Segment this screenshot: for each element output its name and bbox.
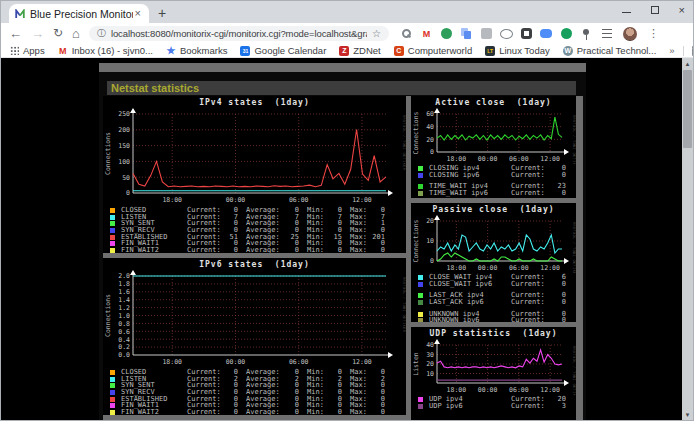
search-extension-icon[interactable] <box>402 29 411 38</box>
svg-text:1.2: 1.2 <box>118 304 130 312</box>
stat-value: 0 <box>223 247 238 253</box>
messenger-extension-icon[interactable] <box>540 27 553 40</box>
svg-text:00:00: 00:00 <box>478 386 498 394</box>
page-scrollbar[interactable]: ▲ ▼ <box>682 58 693 420</box>
svg-text:0: 0 <box>126 189 130 197</box>
stat-key: Current: <box>511 299 551 306</box>
scroll-up-icon[interactable]: ▲ <box>682 58 693 69</box>
computerworld-icon: C <box>394 46 404 56</box>
scroll-down-icon[interactable]: ▼ <box>682 409 693 420</box>
svg-text:150: 150 <box>118 142 130 150</box>
svg-text:Connections: Connections <box>412 219 420 262</box>
reload-icon[interactable]: ↻ <box>53 27 63 40</box>
svg-text:12:00: 12:00 <box>352 196 372 204</box>
forward-icon[interactable]: → <box>31 27 44 40</box>
svg-text:1.4: 1.4 <box>118 296 130 304</box>
legend-row: FIN_WAIT2Current:0Average:0Min:0Max:0 <box>110 247 406 253</box>
eye-extension-icon[interactable] <box>500 27 513 40</box>
hangouts-extension-icon[interactable] <box>560 27 573 40</box>
browser-toolbar: ← → ↻ ⌂ ⓘ localhost:8080/monitorix-cgi/m… <box>1 23 693 44</box>
tab-close-icon[interactable]: × <box>133 8 143 19</box>
svg-text:Connections: Connections <box>412 111 420 154</box>
maximize-button[interactable] <box>651 6 659 14</box>
svg-text:12:00: 12:00 <box>540 386 560 394</box>
stat-key: Min: <box>307 247 327 253</box>
legend-swatch <box>110 215 115 220</box>
bookmarks-overflow-icon[interactable]: » <box>669 45 674 56</box>
legend-label: FIN_WAIT2 <box>121 409 187 415</box>
bookmark-google-calendar[interactable]: 31Google Calendar <box>240 45 326 56</box>
page-info-icon[interactable]: ⓘ <box>97 29 106 38</box>
svg-text:0.6: 0.6 <box>118 328 130 336</box>
extensions-row: M <box>400 27 614 40</box>
gmail-icon[interactable]: M <box>420 27 433 40</box>
bookmarks-bar: AppsMInbox (16) - sjvn0...★Bookmarks31Go… <box>1 44 693 58</box>
legend-swatch <box>110 241 115 246</box>
scrollbar-thumb[interactable] <box>683 70 692 148</box>
legend-row: UNKNOWN ipv6Current:0 <box>418 317 576 322</box>
keep-extension-icon[interactable] <box>440 27 453 40</box>
profile-avatar[interactable] <box>623 27 637 41</box>
legend-label: UDP ipv6 <box>429 403 511 410</box>
udp-statistics-graph[interactable]: UDP statistics (1day) 1020304018:0000:00… <box>411 327 576 420</box>
legend-row: LAST_ACK ipv6Current:0 <box>418 299 576 306</box>
page-extension-icon[interactable] <box>480 27 493 40</box>
svg-text:0.4: 0.4 <box>118 336 130 344</box>
svg-text:10: 10 <box>426 370 434 378</box>
stat-key: Min: <box>307 409 327 415</box>
svg-text:40: 40 <box>426 123 434 131</box>
active-close-graph[interactable]: Active close (1day) 020406018:0000:0006:… <box>411 96 576 198</box>
legend-swatch <box>110 235 115 240</box>
ipv6-states-graph[interactable]: IPv6 states (1day) 0.00.20.40.60.81.01.2… <box>103 258 406 415</box>
svg-text:1.8: 1.8 <box>118 280 130 288</box>
legend-swatch <box>110 377 115 382</box>
bookmark-bookmarks-star[interactable]: ★Bookmarks <box>166 45 228 56</box>
bookmark-star-icon[interactable]: ☆ <box>372 28 381 39</box>
legend-swatch <box>418 293 423 298</box>
bookmark-label: ZDNet <box>353 45 380 56</box>
queue-extension-icon[interactable] <box>602 29 612 38</box>
bookmarks-left: AppsMInbox (16) - sjvn0...★Bookmarks31Go… <box>10 45 656 56</box>
ipv4-states-graph[interactable]: IPv4 states (1day) 05010015020025018:000… <box>103 96 406 253</box>
bookmark-apps[interactable]: Apps <box>10 45 45 56</box>
page-content: Netstat statistics IPv4 states (1day) 05… <box>1 58 693 420</box>
passive-close-graph[interactable]: Passive close (1day) 0102018:0000:0006:0… <box>411 203 576 322</box>
bookmark-label: Bookmarks <box>180 45 228 56</box>
window-close-button[interactable]: × <box>679 5 685 15</box>
stat-value: 0 <box>370 409 385 415</box>
svg-text:12:00: 12:00 <box>352 358 372 366</box>
address-bar[interactable]: ⓘ localhost:8080/monitorix-cgi/monitorix… <box>89 26 389 41</box>
svg-text:100: 100 <box>118 158 130 166</box>
menu-kebab-icon[interactable]: ⋮ <box>646 28 661 39</box>
new-tab-button[interactable]: + <box>149 4 175 23</box>
section-title: Netstat statistics <box>107 81 576 95</box>
bookmark-wordpress[interactable]: WPractical Technol... <box>563 45 657 56</box>
bookmark-linux-today[interactable]: LTLinux Today <box>485 45 550 56</box>
pin-extension-icon[interactable] <box>580 27 593 40</box>
url-text[interactable]: localhost:8080/monitorix-cgi/monitorix.c… <box>111 28 367 39</box>
svg-text:20: 20 <box>426 360 434 368</box>
legend-swatch <box>110 403 115 408</box>
home-icon[interactable]: ⌂ <box>72 27 80 40</box>
legend-swatch <box>418 404 423 409</box>
wordpress-icon: W <box>563 46 573 56</box>
bookmark-gmail-inbox[interactable]: MInbox (16) - sjvn0... <box>58 45 153 56</box>
svg-text:18:00: 18:00 <box>447 264 467 272</box>
minimize-button[interactable] <box>622 12 631 13</box>
chart-legend: CLOSEDCurrent:0Average:0Min:0Max:0LISTEN… <box>103 206 406 253</box>
legend-swatch <box>418 191 423 196</box>
browser-tab[interactable]: Blue Precision Monitorix × <box>9 4 149 23</box>
bookmark-label: Apps <box>23 45 45 56</box>
legend-swatch <box>110 383 115 388</box>
bookmark-label: Google Calendar <box>254 45 326 56</box>
bookmark-zdnet[interactable]: ZZDNet <box>339 45 380 56</box>
svg-text:12:00: 12:00 <box>540 264 560 272</box>
dark-app-extension-icon[interactable] <box>520 27 533 40</box>
bookmark-computerworld[interactable]: CComputerworld <box>394 45 472 56</box>
svg-text:06:00: 06:00 <box>509 386 529 394</box>
svg-text:06:00: 06:00 <box>509 155 529 163</box>
graph-grid: IPv4 states (1day) 05010015020025018:000… <box>103 96 583 420</box>
tab-title: Blue Precision Monitorix <box>30 8 133 20</box>
copy-pages-extension-icon[interactable] <box>460 27 473 40</box>
back-icon[interactable]: ← <box>9 27 22 40</box>
